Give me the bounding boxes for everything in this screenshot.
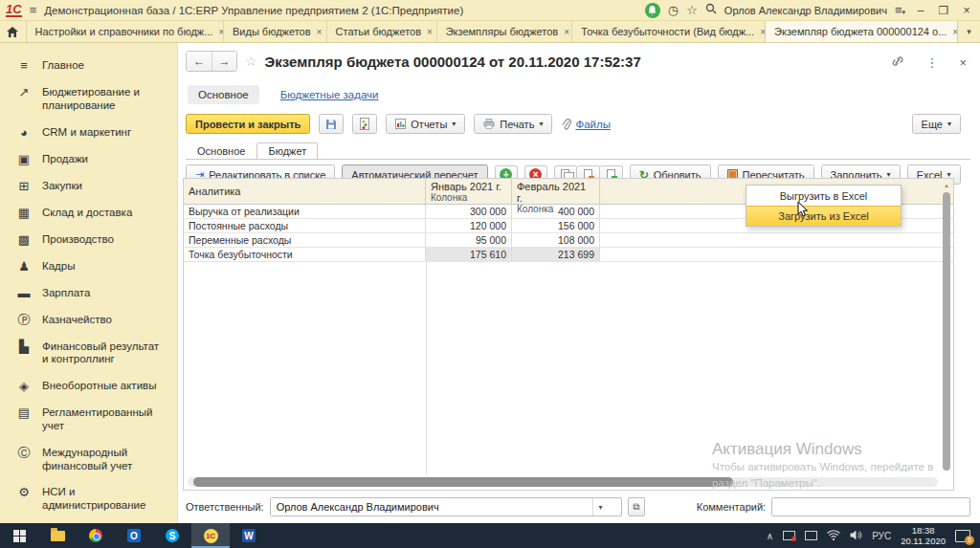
sidebar-item-treasury[interactable]: ⓅКазначейство	[13, 307, 177, 334]
service-menu-icon[interactable]: ≡▾	[895, 3, 905, 17]
tab-budget-types[interactable]: Виды бюджетов×	[223, 21, 326, 42]
vertical-scrollbar[interactable]: ▴	[942, 181, 951, 474]
tab-budget-instance-124[interactable]: Экземпляр бюджета 000000124 о...×	[765, 21, 958, 42]
history-icon[interactable]: ◷	[668, 3, 679, 17]
chrome-button[interactable]	[77, 523, 115, 548]
favorites-star-icon[interactable]: ☆	[686, 3, 698, 17]
open-windows-tabbar: Настройки и справочники по бюдж...× Виды…	[0, 21, 980, 43]
tab-budget-instances[interactable]: Экземпляры бюджетов×	[436, 21, 572, 42]
responsible-dropdown-icon[interactable]: ▾	[592, 498, 609, 515]
skype-button[interactable]: S	[153, 523, 191, 548]
main-icon: ≡	[15, 59, 33, 73]
file-explorer-button[interactable]	[38, 523, 77, 548]
current-user[interactable]: Орлов Александр Владимирович	[724, 5, 887, 16]
menu-item-import-excel[interactable]: Загрузить из Excel	[746, 206, 901, 226]
close-tab-icon[interactable]: ×	[564, 27, 569, 37]
more-menu-icon[interactable]: ⋮	[925, 55, 938, 70]
document-form: ← → ☆ Экземпляр бюджета 000000124 от 20.…	[177, 43, 980, 523]
wifi-icon[interactable]	[827, 530, 840, 542]
tray-app-icon[interactable]	[783, 531, 795, 540]
restore-button[interactable]: ❒	[936, 4, 951, 17]
horizontal-scroll-thumb[interactable]	[193, 477, 733, 487]
table-row-breakeven[interactable]: Точка безубыточности 175 610 213 699	[184, 248, 953, 262]
menu-item-export-excel[interactable]: Выгрузить в Excel	[746, 186, 901, 206]
sidebar-item-budgeting[interactable]: ↗Бюджетирование и планирование	[13, 79, 177, 120]
files-link[interactable]: Файлы	[561, 119, 611, 130]
home-icon[interactable]	[0, 21, 26, 42]
sidebar-item-finresult[interactable]: ▙Финансовый результат и контроллинг	[13, 334, 177, 374]
budgeting-icon: ↗	[15, 86, 33, 99]
subtab-main[interactable]: Основное	[186, 142, 256, 160]
reports-button[interactable]: Отчеты▾	[386, 114, 465, 134]
taskbar-clock[interactable]: 18:3820.11.2020	[901, 525, 946, 547]
sidebar-item-ifrs[interactable]: ⒸМеждународный финансовый учет	[13, 440, 177, 480]
more-button[interactable]: Еще▾	[912, 114, 961, 134]
tray-expand-icon[interactable]: ∧	[767, 531, 773, 541]
forward-button[interactable]: →	[212, 52, 236, 71]
start-button[interactable]	[0, 523, 38, 548]
sidebar-item-salary[interactable]: ▬Зарплата	[13, 280, 177, 307]
tab-budget-settings[interactable]: Настройки и справочники по бюдж...×	[26, 21, 223, 42]
sidebar-item-nsi-admin[interactable]: ⚙НСИ и администрирование	[13, 479, 177, 519]
horizontal-scrollbar[interactable]	[188, 477, 938, 487]
language-indicator[interactable]: РУС	[872, 531, 891, 541]
treasury-icon: Ⓟ	[15, 314, 33, 327]
sales-icon: ▣	[15, 153, 33, 166]
comment-field	[771, 497, 970, 516]
word-button[interactable]: W	[230, 523, 268, 548]
tab-budget-items[interactable]: Статьи бюджетов×	[326, 21, 436, 42]
tab-overflow-icon[interactable]: ▾	[958, 21, 980, 42]
close-tab-icon[interactable]: ×	[427, 27, 433, 37]
open-responsible-button[interactable]: ⧉	[628, 497, 645, 516]
outlook-button[interactable]: O	[115, 523, 153, 548]
close-form-icon[interactable]: ×	[959, 55, 967, 70]
comment-label: Комментарий:	[697, 501, 766, 513]
tray-display-icon[interactable]	[805, 531, 817, 540]
print-button[interactable]: Печать▾	[474, 114, 552, 134]
column-header-february[interactable]: Февраль 2021 г.Колонка	[512, 179, 600, 204]
main-menu-icon[interactable]: ≡	[30, 3, 37, 17]
column-header-analytics[interactable]: Аналитика	[184, 179, 426, 204]
screen: 1С ≡ Демонстрационная база / 1С:ERP Упра…	[0, 0, 980, 548]
post-document-button[interactable]	[352, 114, 377, 134]
subtab-budget[interactable]: Бюджет	[256, 142, 318, 160]
sidebar-item-main[interactable]: ≡Главное	[13, 53, 177, 79]
notifications-bell-icon[interactable]	[645, 3, 660, 18]
sections-sidebar: ≡Главное ↗Бюджетирование и планирование …	[0, 43, 177, 523]
scroll-up-icon[interactable]: ▴	[942, 181, 951, 190]
sidebar-item-assets[interactable]: ◈Внеоборотные активы	[13, 373, 177, 400]
volume-icon[interactable]	[850, 530, 862, 542]
table-row[interactable]: Переменные расходы 95 000 108 000	[184, 233, 953, 248]
action-center-icon[interactable]: 5	[955, 530, 970, 542]
crm-icon: ◕	[15, 126, 33, 140]
favorite-star-icon[interactable]: ☆	[245, 54, 257, 69]
comment-input[interactable]	[772, 498, 968, 515]
tab-breakeven-budget-type[interactable]: Точка безубыточности (Вид бюдж...×	[571, 21, 765, 42]
post-and-close-button[interactable]: Провести и закрыть	[186, 114, 310, 134]
close-window-button[interactable]: ×	[959, 4, 974, 17]
get-link-icon[interactable]	[891, 55, 904, 71]
caret-down-icon: ▾	[452, 120, 456, 128]
window-title: Демонстрационная база / 1С:ERP Управлени…	[44, 5, 463, 16]
windows-taskbar: O S 1С W ∧ РУС 18:3820.11.2020 5	[0, 523, 980, 548]
sidebar-item-sales[interactable]: ▣Продажи	[13, 146, 177, 173]
column-header-january[interactable]: Январь 2021 г.Колонка	[426, 179, 512, 204]
back-button[interactable]: ←	[187, 52, 212, 71]
sidebar-item-warehouse[interactable]: ▦Склад и доставка	[13, 200, 177, 227]
nav-main-chip[interactable]: Основное	[188, 85, 259, 104]
sidebar-item-crm[interactable]: ◕CRM и маркетинг	[13, 120, 177, 146]
save-button[interactable]	[319, 114, 344, 134]
sidebar-item-production[interactable]: ▩Производство	[13, 227, 177, 253]
search-icon[interactable]	[705, 3, 717, 17]
responsible-input[interactable]	[271, 498, 592, 515]
sidebar-item-purchases[interactable]: ⊞Закупки	[13, 173, 177, 200]
vertical-scroll-thumb[interactable]	[943, 192, 950, 471]
sidebar-item-hr[interactable]: ♟Кадры	[13, 253, 177, 280]
purchases-icon: ⊞	[15, 180, 33, 193]
nav-budget-tasks-link[interactable]: Бюджетные задачи	[280, 89, 379, 100]
folder-icon	[51, 531, 65, 541]
1c-app-button[interactable]: 1С	[191, 523, 230, 548]
minimize-button[interactable]: –	[913, 4, 928, 17]
close-tab-icon[interactable]: ×	[317, 27, 323, 37]
sidebar-item-regulated[interactable]: ▤Регламентированный учет	[13, 400, 177, 440]
